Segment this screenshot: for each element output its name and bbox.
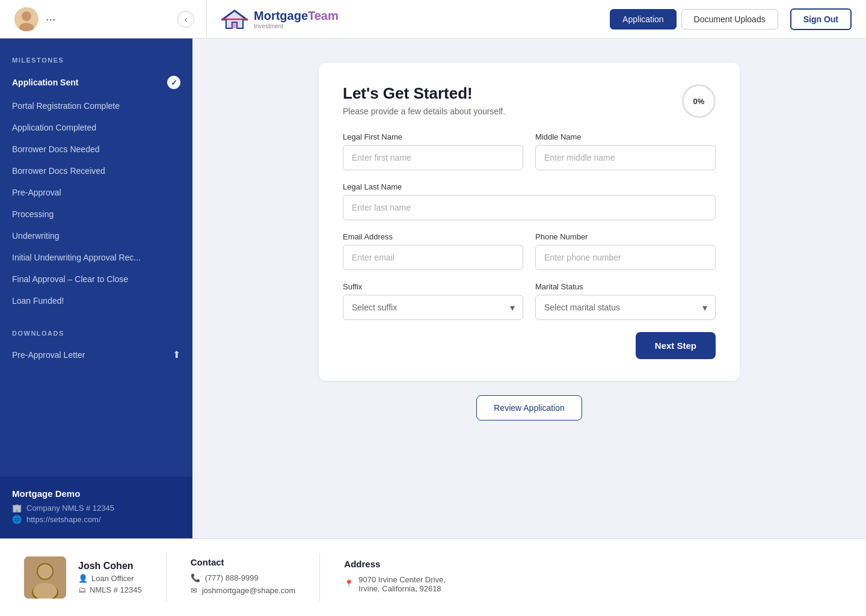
- sidebar-item-borrower-docs-needed[interactable]: Borrower Docs Needed: [0, 138, 192, 160]
- first-name-group: Legal First Name: [343, 132, 523, 170]
- milestone-label: Pre-Approval: [12, 188, 61, 197]
- phone-input[interactable]: [535, 245, 716, 270]
- top-bar: ··· ‹ MortgageTeam Investment A: [0, 0, 866, 38]
- agent-name: Josh Cohen: [78, 561, 142, 571]
- sidebar-item-application-completed[interactable]: Application Completed: [0, 117, 192, 138]
- logo-icon: [221, 8, 248, 30]
- sidebar-item-pre-approval[interactable]: Pre-Approval: [0, 182, 192, 203]
- progress-circle: 0%: [682, 84, 716, 118]
- address-line: 📍 9070 Irvine Center Drive, Irvine, Cali…: [344, 575, 446, 593]
- sidebar-item-pre-approval-letter[interactable]: Pre-Approval Letter ⬆: [0, 343, 192, 366]
- contact-email: ✉ joshmortgage@shape.com: [191, 586, 296, 595]
- milestone-label: Initial Underwriting Approval Rec...: [12, 253, 141, 262]
- nav-tabs: Application Document Uploads: [610, 9, 778, 29]
- marital-status-group: Marital Status Select marital status Sin…: [535, 282, 716, 320]
- company-name: Mortgage Demo: [12, 488, 180, 499]
- sign-out-button[interactable]: Sign Out: [790, 8, 852, 30]
- milestone-label: Portal Registration Complete: [12, 101, 120, 111]
- milestone-label: Application Completed: [12, 123, 96, 132]
- sidebar-item-loan-funded[interactable]: Loan Funded!: [0, 290, 192, 312]
- svg-point-11: [38, 564, 52, 579]
- avatar: [14, 7, 38, 31]
- sidebar-item-portal-registration[interactable]: Portal Registration Complete: [0, 95, 192, 117]
- footer-contact: Contact 📞 (777) 888-9999 ✉ joshmortgage@…: [191, 557, 296, 599]
- marital-status-select[interactable]: Select marital status Single Married Div…: [535, 295, 716, 320]
- marital-select-wrapper: Select marital status Single Married Div…: [535, 295, 716, 320]
- last-name-row: Legal Last Name: [343, 182, 716, 220]
- app-wrapper: ··· ‹ MortgageTeam Investment A: [0, 0, 866, 616]
- middle-name-input[interactable]: [535, 145, 716, 170]
- footer-address: Address 📍 9070 Irvine Center Drive, Irvi…: [344, 559, 446, 597]
- email-group: Email Address: [343, 232, 523, 270]
- marital-status-label: Marital Status: [535, 282, 716, 291]
- logo-area: MortgageTeam Investment: [207, 8, 339, 30]
- card-title: Let's Get Started!: [343, 84, 505, 103]
- card-subtitle: Please provide a few details about yours…: [343, 106, 505, 116]
- sidebar-item-final-approval[interactable]: Final Approval – Clear to Close: [0, 268, 192, 290]
- suffix-select-wrapper: Select suffix Jr. Sr. II III IV ▾: [343, 295, 523, 320]
- middle-name-group: Middle Name: [535, 132, 716, 170]
- agent-nmls: 🗂 NMLS # 12345: [78, 585, 142, 594]
- content-area: Let's Get Started! Please provide a few …: [192, 38, 866, 538]
- email-icon: ✉: [191, 586, 197, 595]
- milestone-label: Underwriting: [12, 231, 60, 241]
- suffix-marital-row: Suffix Select suffix Jr. Sr. II III IV ▾: [343, 282, 716, 320]
- person-icon: 👤: [78, 574, 88, 583]
- footer-divider-1: [166, 553, 167, 602]
- suffix-group: Suffix Select suffix Jr. Sr. II III IV ▾: [343, 282, 523, 320]
- sidebar-item-borrower-docs-received[interactable]: Borrower Docs Received: [0, 160, 192, 182]
- next-step-button[interactable]: Next Step: [636, 332, 716, 359]
- phone-group: Phone Number: [535, 232, 716, 270]
- first-name-label: Legal First Name: [343, 132, 523, 141]
- nmls-icon: 🗂: [78, 585, 86, 594]
- milestone-label: Processing: [12, 209, 54, 219]
- tab-document-uploads[interactable]: Document Uploads: [681, 9, 778, 29]
- company-website: 🌐 https://setshape.com/: [12, 515, 180, 524]
- review-btn-wrapper: Review Application: [216, 395, 842, 420]
- sidebar-item-underwriting[interactable]: Underwriting: [0, 225, 192, 247]
- milestone-label: Final Approval – Clear to Close: [12, 274, 128, 284]
- milestone-label: Application Sent: [12, 78, 78, 87]
- tab-application[interactable]: Application: [610, 9, 677, 29]
- building-icon: 🏢: [12, 504, 22, 513]
- address-line2: Irvine, California, 92618: [358, 584, 446, 593]
- svg-point-1: [22, 11, 31, 21]
- agent-info: Josh Cohen 👤 Loan Officer 🗂 NMLS # 12345: [78, 561, 142, 594]
- form-card: Let's Get Started! Please provide a few …: [319, 63, 740, 381]
- name-row: Legal First Name Middle Name: [343, 132, 716, 170]
- milestones-header: MILESTONES: [0, 45, 192, 70]
- milestone-label: Loan Funded!: [12, 296, 64, 306]
- globe-icon: 🌐: [12, 515, 22, 524]
- suffix-label: Suffix: [343, 282, 523, 291]
- agent-photo: [24, 556, 66, 599]
- last-name-input[interactable]: [343, 195, 716, 220]
- logo-text: MortgageTeam: [254, 9, 339, 22]
- download-label: Pre-Approval Letter: [12, 350, 85, 360]
- address-title: Address: [344, 559, 446, 569]
- check-icon: ✓: [167, 76, 180, 89]
- milestone-label: Borrower Docs Needed: [12, 144, 100, 154]
- sidebar: MILESTONES Application Sent ✓ Portal Reg…: [0, 38, 192, 538]
- agent-role: 👤 Loan Officer: [78, 574, 142, 583]
- actions-row: Next Step: [343, 332, 716, 359]
- phone-label: Phone Number: [535, 232, 716, 241]
- sidebar-item-application-sent[interactable]: Application Sent ✓: [0, 70, 192, 95]
- sidebar-item-initial-underwriting[interactable]: Initial Underwriting Approval Rec...: [0, 247, 192, 268]
- sidebar-item-processing[interactable]: Processing: [0, 203, 192, 225]
- main-area: MILESTONES Application Sent ✓ Portal Reg…: [0, 38, 866, 538]
- logo-sub: Investment: [254, 23, 339, 29]
- card-header: Let's Get Started! Please provide a few …: [343, 84, 716, 118]
- location-icon: 📍: [344, 579, 354, 588]
- dots-menu[interactable]: ···: [46, 12, 56, 26]
- sidebar-company-info: Mortgage Demo 🏢 Company NMLS # 12345 🌐 h…: [0, 476, 192, 538]
- suffix-select[interactable]: Select suffix Jr. Sr. II III IV: [343, 295, 523, 320]
- review-application-button[interactable]: Review Application: [476, 395, 582, 420]
- chevron-left-icon: ‹: [185, 14, 188, 24]
- collapse-sidebar-button[interactable]: ‹: [177, 11, 194, 28]
- svg-rect-6: [231, 22, 238, 28]
- first-name-input[interactable]: [343, 145, 523, 170]
- company-nmls: 🏢 Company NMLS # 12345: [12, 504, 180, 513]
- email-input[interactable]: [343, 245, 523, 270]
- middle-name-label: Middle Name: [535, 132, 716, 141]
- contact-phone: 📞 (777) 888-9999: [191, 573, 296, 582]
